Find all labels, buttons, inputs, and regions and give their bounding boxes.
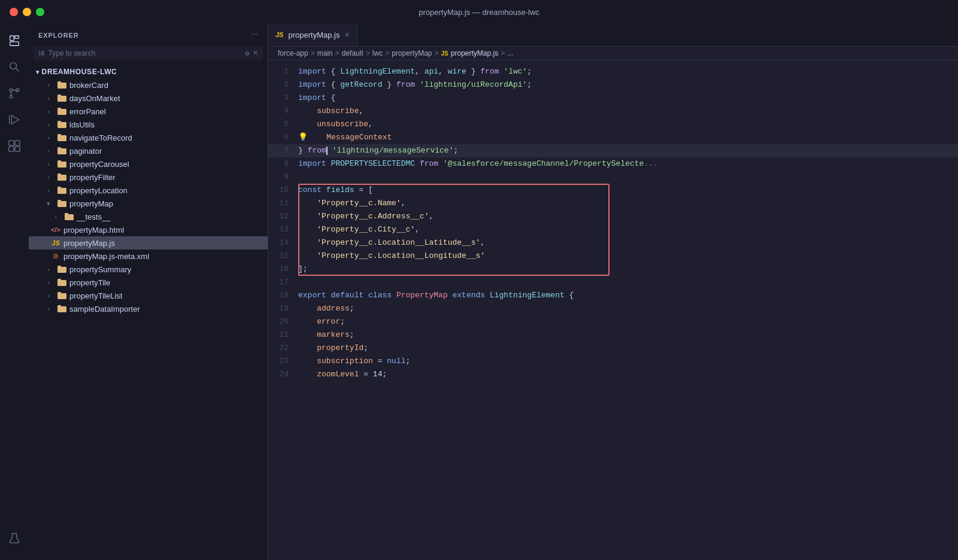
sidebar-item-propertysummary[interactable]: › propertySummary bbox=[29, 263, 268, 276]
folder-chevron-icon: › bbox=[43, 172, 54, 182]
activitybar bbox=[0, 24, 29, 560]
breadcrumb-sep: > bbox=[366, 49, 370, 57]
line-number: 8 bbox=[268, 157, 298, 171]
tree-root-header[interactable]: ▾ DREAMHOUSE-LWC bbox=[29, 65, 268, 78]
tab-propertymap-js[interactable]: JS propertyMap.js × bbox=[268, 24, 357, 46]
code-line-22: 22 propertyId; bbox=[268, 342, 958, 355]
sidebar-item-ldsutils[interactable]: › ldsUtils bbox=[29, 118, 268, 131]
line-number: 13 bbox=[268, 223, 298, 236]
code-editor[interactable]: 1 import { LightningElement, api, wire }… bbox=[268, 60, 958, 560]
line-number: 16 bbox=[268, 263, 298, 276]
sidebar-item-propertymap-html[interactable]: </> propertyMap.html bbox=[29, 223, 268, 236]
code-line-16: 16 ]; bbox=[268, 263, 958, 276]
folder-icon bbox=[57, 185, 66, 195]
sidebar-item-label: paginator bbox=[69, 147, 263, 156]
sidebar-item-paginator[interactable]: › paginator bbox=[29, 144, 268, 157]
breadcrumb-item[interactable]: force-app bbox=[278, 49, 308, 57]
line-number: 11 bbox=[268, 197, 298, 210]
line-content: markers; bbox=[298, 328, 958, 342]
clear-search-icon[interactable]: × bbox=[253, 48, 258, 58]
breadcrumb-item[interactable]: default bbox=[342, 49, 363, 57]
code-line-20: 20 error; bbox=[268, 315, 958, 328]
line-content: 'Property__c.Location__Latitude__s', bbox=[298, 236, 958, 249]
html-file-icon: </> bbox=[50, 224, 61, 235]
line-number: 5 bbox=[268, 118, 298, 131]
sidebar-item-navigatetorecord[interactable]: › navigateToRecord bbox=[29, 131, 268, 144]
line-content: address; bbox=[298, 302, 958, 315]
breadcrumb: force-app > main > default > lwc > prope… bbox=[268, 47, 958, 60]
sidebar-item-sampledataimporter[interactable]: › sampleDataImporter bbox=[29, 302, 268, 315]
sidebar-item-propertymap-xml[interactable]: ⚙ propertyMap.js-meta.xml bbox=[29, 249, 268, 263]
new-file-icon[interactable]: ⋯ bbox=[251, 31, 258, 39]
folder-chevron-icon: › bbox=[43, 185, 54, 196]
breadcrumb-active-item[interactable]: propertyMap.js bbox=[451, 49, 498, 57]
svg-rect-18 bbox=[41, 53, 44, 53]
line-number: 23 bbox=[268, 355, 298, 368]
line-number: 4 bbox=[268, 105, 298, 118]
breadcrumb-item[interactable]: main bbox=[317, 49, 333, 57]
sidebar-item-propertytilelist[interactable]: › propertyTileList bbox=[29, 289, 268, 302]
code-line-23: 23 subscription = null; bbox=[268, 355, 958, 368]
sidebar-item-brokercard[interactable]: › brokerCard bbox=[29, 78, 268, 92]
sidebar-item-label: ldsUtils bbox=[69, 120, 263, 129]
sidebar-item-label: __tests__ bbox=[77, 212, 263, 221]
sidebar-item-label: propertyMap bbox=[69, 199, 263, 208]
breadcrumb-item[interactable]: ... bbox=[507, 49, 513, 57]
sidebar-item-propertylocation[interactable]: › propertyLocation bbox=[29, 184, 268, 197]
folder-chevron-icon: › bbox=[43, 290, 54, 301]
breadcrumb-sep: > bbox=[501, 49, 505, 57]
tab-close-icon[interactable]: × bbox=[344, 31, 349, 39]
code-line-2: 2 import { getRecord } from 'lightning/u… bbox=[268, 78, 958, 92]
flask-activity-icon[interactable] bbox=[2, 526, 26, 550]
sidebar-item-propertytile[interactable]: › propertyTile bbox=[29, 276, 268, 289]
maximize-button[interactable] bbox=[36, 8, 44, 16]
line-content: error; bbox=[298, 315, 958, 328]
search-activity-icon[interactable] bbox=[2, 55, 26, 79]
breadcrumb-item[interactable]: lwc bbox=[372, 49, 383, 57]
line-content: import { getRecord } from 'lightning/uiR… bbox=[298, 78, 958, 92]
breadcrumb-item[interactable]: propertyMap bbox=[392, 49, 432, 57]
extensions-activity-icon[interactable] bbox=[2, 134, 26, 158]
folder-chevron-icon: › bbox=[43, 132, 54, 143]
folder-chevron-icon: › bbox=[43, 106, 54, 117]
sidebar-item-propertymap[interactable]: ▾ propertyMap bbox=[29, 197, 268, 210]
sidebar: EXPLORER ⋯ ⚙ × ▾ DREAMHOUSE-LWC bbox=[29, 24, 268, 560]
folder-icon bbox=[57, 172, 66, 182]
source-control-activity-icon[interactable] bbox=[2, 81, 26, 105]
folder-chevron-icon: › bbox=[43, 93, 54, 104]
xml-file-icon: ⚙ bbox=[50, 251, 61, 261]
sidebar-item-label: propertyMap.js bbox=[63, 239, 263, 248]
sidebar-item-propertycarousel[interactable]: › propertyCarousel bbox=[29, 157, 268, 171]
folder-icon bbox=[57, 291, 66, 300]
code-line-1: 1 import { LightningElement, api, wire }… bbox=[268, 65, 958, 78]
svg-rect-10 bbox=[9, 141, 14, 145]
code-line-6: 6 💡 MessageContext bbox=[268, 131, 958, 144]
folder-chevron-icon: › bbox=[50, 211, 61, 222]
sidebar-item-propertyfilter[interactable]: › propertyFilter bbox=[29, 171, 268, 184]
sidebar-item-daysonmarket[interactable]: › daysOnMarket bbox=[29, 92, 268, 105]
sidebar-item-errorpanel[interactable]: › errorPanel bbox=[29, 105, 268, 118]
line-number: 7 bbox=[268, 144, 298, 157]
folder-chevron-icon: › bbox=[43, 80, 54, 90]
minimize-button[interactable] bbox=[23, 8, 31, 16]
sidebar-item-propertymap-js[interactable]: JS propertyMap.js bbox=[29, 236, 268, 249]
sidebar-item-tests[interactable]: › __tests__ bbox=[29, 210, 268, 223]
sidebar-item-label: errorPanel bbox=[69, 107, 263, 116]
close-button[interactable] bbox=[10, 8, 18, 16]
line-content: export default class PropertyMap extends… bbox=[298, 289, 958, 302]
sidebar-item-label: propertyCarousel bbox=[69, 160, 263, 169]
svg-rect-13 bbox=[15, 147, 20, 151]
filter-icon[interactable]: ⚙ bbox=[245, 49, 249, 58]
explorer-activity-icon[interactable] bbox=[2, 29, 26, 53]
svg-line-4 bbox=[16, 68, 19, 71]
run-activity-icon[interactable] bbox=[2, 108, 26, 132]
search-input[interactable] bbox=[48, 49, 242, 57]
tab-js-icon: JS bbox=[275, 31, 283, 38]
line-content: import { LightningElement, api, wire } f… bbox=[298, 65, 958, 78]
root-chevron-icon: ▾ bbox=[36, 69, 40, 75]
code-line-21: 21 markers; bbox=[268, 328, 958, 342]
folder-icon bbox=[57, 264, 66, 274]
svg-point-6 bbox=[10, 95, 13, 98]
tree-root-label: DREAMHOUSE-LWC bbox=[42, 68, 117, 76]
line-number: 15 bbox=[268, 249, 298, 263]
